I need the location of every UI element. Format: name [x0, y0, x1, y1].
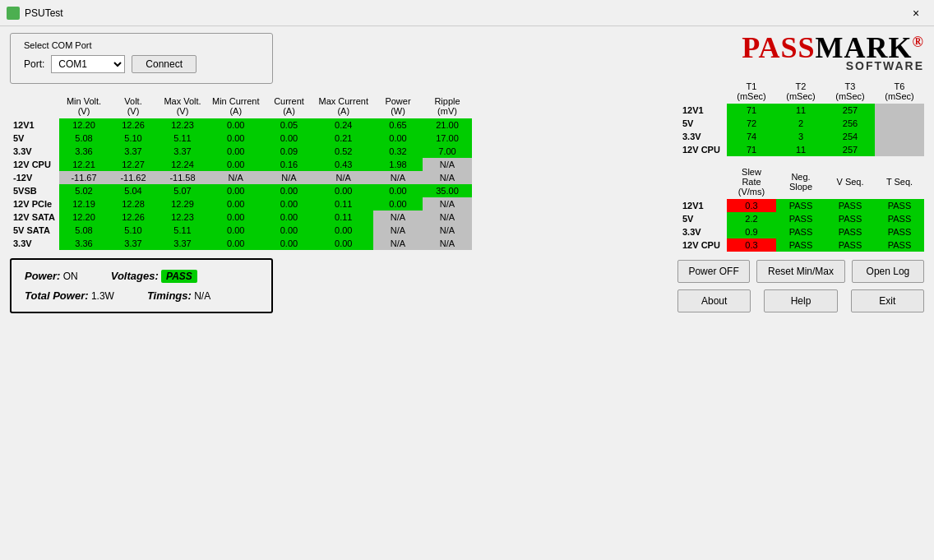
table-cell: 21.00 [423, 118, 472, 132]
row-label: 3.3V [10, 145, 59, 158]
timing-col-label [677, 79, 727, 104]
table-cell: 5.04 [109, 184, 158, 197]
slew-cell: PASS [776, 199, 825, 212]
exit-button[interactable]: Exit [851, 289, 924, 312]
timing-header-row: T1(mSec) T2(mSec) T3(mSec) T6(mSec) [677, 79, 924, 104]
timing-cell [875, 143, 924, 156]
table-row: 12V PCIe12.1912.2812.290.000.000.110.00N… [10, 197, 472, 211]
com-port-select[interactable]: COM1 [51, 55, 125, 73]
timing-row-label: 3.3V [677, 130, 727, 143]
row-label: 12V PCIe [10, 197, 59, 211]
connect-button[interactable]: Connect [132, 55, 197, 73]
table-cell: N/A [313, 171, 373, 184]
table-cell: 0.52 [313, 145, 373, 158]
timing-cell: 257 [825, 104, 875, 117]
com-port-box: Select COM Port Port: COM1 Connect [10, 33, 273, 84]
table-cell: 12.21 [59, 158, 109, 171]
table-cell: 0.65 [373, 118, 423, 132]
titlebar-left: PSUTest [7, 7, 63, 20]
slew-col-neg: Neg. Slope [776, 164, 825, 199]
slew-col-slew: Slew Rate(V/ms) [727, 164, 776, 199]
table-row: 5V SATA5.085.105.110.000.000.00N/AN/A [10, 224, 472, 237]
table-cell: 12.20 [59, 118, 109, 132]
close-button[interactable]: × [904, 2, 927, 25]
slew-row-label: 3.3V [677, 225, 727, 238]
table-cell: N/A [373, 237, 423, 250]
timing-col-t3: T3(mSec) [825, 79, 875, 104]
row-label: -12V [10, 171, 59, 184]
status-row-1: Power: ON Voltages: PASS [25, 266, 258, 286]
table-cell: 0.00 [373, 132, 423, 145]
row-label: 5VSB [10, 184, 59, 197]
table-cell: 0.00 [264, 197, 313, 211]
col-power: Power(W) [373, 94, 423, 118]
com-port-row: Port: COM1 Connect [24, 55, 259, 73]
timing-cell: 3 [776, 130, 825, 143]
slew-row: 5V2.2PASSPASSPASS [677, 212, 924, 225]
status-box: Power: ON Voltages: PASS Total Power: 1.… [10, 258, 273, 313]
table-cell: 5.11 [158, 224, 207, 237]
table-cell: 0.00 [207, 145, 264, 158]
slew-cell: 2.2 [727, 212, 776, 225]
help-button[interactable]: Help [764, 289, 837, 312]
right-panel: PASSMARK® SOFTWARE T1(mSec) T2(mSec) T3(… [677, 33, 924, 313]
slew-cell: 0.3 [727, 238, 776, 252]
timing-row-label: 5V [677, 117, 727, 130]
table-cell: N/A [423, 171, 472, 184]
btn-row-2: About Help Exit [677, 289, 924, 312]
power-status: Power: ON [25, 266, 78, 286]
table-row: 5VSB5.025.045.070.000.000.000.0035.00 [10, 184, 472, 197]
table-cell: -11.58 [158, 171, 207, 184]
table-cell: 0.00 [264, 224, 313, 237]
table-cell: N/A [423, 197, 472, 211]
table-cell: 3.37 [158, 237, 207, 250]
titlebar: PSUTest × [0, 0, 934, 26]
about-button[interactable]: About [677, 289, 751, 312]
table-cell: 5.02 [59, 184, 109, 197]
table-header-row: Min Volt.(V) Volt.(V) Max Volt.(V) Min C… [10, 94, 472, 118]
timing-cell [875, 117, 924, 130]
table-cell: 0.16 [264, 158, 313, 171]
power-off-button[interactable]: Power OFF [677, 260, 750, 283]
table-cell: 12.24 [158, 158, 207, 171]
open-log-button[interactable]: Open Log [852, 260, 924, 283]
table-row: 5V5.085.105.110.000.000.210.0017.00 [10, 132, 472, 145]
passmark-logo: PASSMARK® SOFTWARE [677, 33, 924, 72]
timings-label: Timings: [147, 289, 192, 302]
reset-minmax-button[interactable]: Reset Min/Max [756, 260, 845, 283]
table-cell: 0.00 [207, 184, 264, 197]
slew-row-label: 12V1 [677, 199, 727, 212]
table-cell: 0.00 [264, 211, 313, 224]
table-cell: 3.36 [59, 237, 109, 250]
total-power-label: Total Power: [25, 289, 89, 302]
slew-cell: PASS [875, 212, 924, 225]
voltages-status: Voltages: PASS [111, 266, 197, 286]
timing-cell: 74 [727, 130, 776, 143]
table-cell: 0.00 [207, 224, 264, 237]
row-label: 12V SATA [10, 211, 59, 224]
table-cell: 0.00 [207, 132, 264, 145]
table-cell: 0.00 [264, 184, 313, 197]
table-cell: 0.43 [313, 158, 373, 171]
timing-table: T1(mSec) T2(mSec) T3(mSec) T6(mSec) 12V1… [677, 79, 924, 156]
row-label: 3.3V [10, 237, 59, 250]
timing-cell: 257 [825, 143, 875, 156]
port-label: Port: [24, 58, 44, 70]
voltages-label: Voltages: [111, 270, 159, 282]
table-cell: 12.20 [59, 211, 109, 224]
table-row: 3.3V3.363.373.370.000.090.520.327.00 [10, 145, 472, 158]
table-cell: 3.37 [158, 145, 207, 158]
table-cell: 5.10 [109, 224, 158, 237]
timing-cell [875, 130, 924, 143]
timing-cell: 11 [776, 104, 825, 117]
timing-row-label: 12V CPU [677, 143, 727, 156]
table-row: 12V CPU12.2112.2712.240.000.160.431.98N/… [10, 158, 472, 171]
table-cell: 0.00 [207, 211, 264, 224]
timing-cell: 254 [825, 130, 875, 143]
table-cell: 12.27 [109, 158, 158, 171]
slew-col-tseq: T Seq. [875, 164, 924, 199]
timing-col-t2: T2(mSec) [776, 79, 825, 104]
table-cell: 3.37 [109, 145, 158, 158]
btn-row-1: Power OFF Reset Min/Max Open Log [677, 260, 924, 283]
table-cell: 0.00 [373, 197, 423, 211]
